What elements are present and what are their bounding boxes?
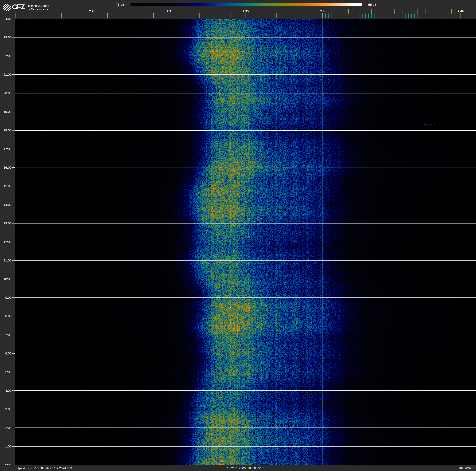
time-tick [12,279,15,279]
freq-minor-tick [276,13,276,18]
time-tick [12,149,15,149]
time-tick [12,186,15,186]
time-tick-label: 7:00 [0,333,12,337]
freq-minor-tick [77,13,77,18]
wifi-channel-tick [425,9,425,14]
ble-channel-tick [328,14,329,18]
time-tick [12,372,15,372]
time-tick [12,260,15,261]
ble-channel-tick [344,14,344,18]
freq-major-tick [246,13,246,18]
ble-channel-tick [399,14,399,18]
wifi-channel-tick [387,9,387,14]
time-tick-label: 21:00 [0,73,12,76]
ble-channel-tick [445,14,445,18]
freq-minor-tick [138,13,138,18]
logo-subtitle: Helmholtz Centre for Geosciences [27,4,49,11]
time-tick [12,112,15,112]
ble-channel-tick [393,14,393,18]
wifi-channel-tick [379,9,379,14]
time-tick [12,205,15,205]
wifi-channel-tick [348,9,349,14]
ble-channel-tick [442,14,442,18]
freq-minor-tick [61,13,62,18]
time-tick-label: 17:00 [0,147,12,151]
ble-channel-tick [381,14,381,18]
wifi-channel-tick [433,9,433,14]
freq-minor-tick [31,13,31,18]
freq-minor-tick [200,13,200,18]
freq-tick-label: 2.49 [458,10,464,13]
colorbar-gradient [131,3,362,6]
freq-minor-tick [153,13,154,18]
time-tick [12,242,15,242]
ble-channel-tick [433,14,433,18]
freq-minor-tick [261,13,261,18]
time-tick-label: 6:00 [0,352,12,355]
time-tick [12,18,15,19]
ble-channel-tick [439,14,439,18]
time-tick-label: 13:00 [0,221,12,225]
ble-channel-tick [436,14,436,18]
wifi-channel-tick [418,9,418,14]
wifi-channel-tick [394,9,395,14]
ble-channel-tick [335,14,335,18]
ble-channel-tick [405,14,406,18]
ble-channel-tick [390,14,390,18]
freq-tick-label: 2.25 [89,10,95,13]
wifi-channel-tick [364,9,364,14]
freq-major-tick [460,13,461,18]
time-tick-label: 10:00 [0,277,12,281]
time-tick-label: 11:00 [0,259,12,262]
spectrogram-viewer-screen: GFZ Helmholtz Centre for Geosciences -75… [0,0,476,471]
freq-tick-label: 2.3 [167,10,171,13]
time-tick [12,335,15,335]
time-tick [12,130,15,130]
wifi-channel-tick [402,9,402,14]
freq-minor-tick [215,13,215,18]
wifi-channel-tick [341,9,341,14]
time-tick [12,167,15,168]
ble-channel-tick [427,14,427,18]
time-tick-label: 18:00 [0,128,12,132]
time-tick-label: 5:00 [0,370,12,374]
logo-org-name: GFZ [12,3,25,11]
ble-channel-tick [347,14,347,18]
time-tick [12,37,15,37]
ble-channel-tick [430,14,430,18]
time-tick [12,223,15,223]
time-tick-label: 20:00 [0,91,12,95]
freq-minor-tick [292,13,292,18]
freq-major-tick [322,13,323,18]
time-tick-label: 19:00 [0,110,12,114]
time-tick [12,409,15,409]
time-tick-label: 8:00 [0,314,12,318]
logo-subtitle-line2: for Geosciences [27,8,49,11]
spectrogram-heatmap [15,19,476,465]
gfz-logo-icon [3,4,11,11]
dataset-id-label: 1_2200_2500_10000_40_0 [15,467,476,470]
ble-channel-tick [378,14,378,18]
time-tick-label: 12:00 [0,240,12,244]
ble-channel-tick [365,14,366,18]
freq-minor-tick [307,13,307,18]
time-tick [12,74,15,75]
time-tick [12,428,15,428]
time-tick-label: 23:00 [0,36,12,39]
ble-channel-tick [387,14,387,18]
freq-minor-tick [15,13,16,18]
colorbar-min-label: -75 dBm [102,3,127,6]
time-tick [12,353,15,354]
ble-channel-tick [338,14,338,18]
ble-channel-tick [350,14,350,18]
time-tick-label: 3:00 [0,407,12,411]
freq-major-tick [92,13,92,18]
time-tick [12,390,15,391]
ble-channel-tick [421,14,421,18]
ble-channel-tick [402,14,402,18]
freq-minor-tick [123,13,123,18]
freq-minor-tick [230,13,230,18]
ble-channel-tick [408,14,408,18]
ble-channel-tick [414,14,415,18]
ble-channel-tick [368,14,369,18]
